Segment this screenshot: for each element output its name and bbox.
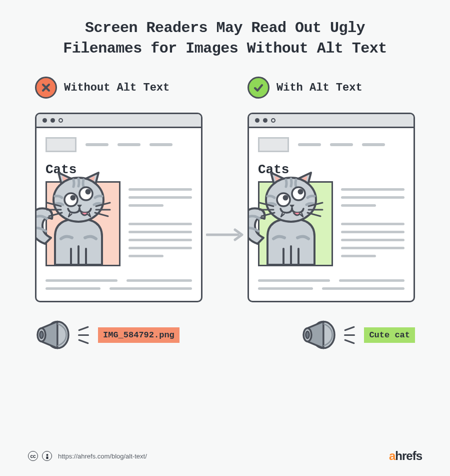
- sound-waves-icon: [78, 328, 89, 342]
- panel-without-alt: Without Alt Text Cats: [35, 77, 202, 302]
- window-titlebar: [36, 114, 201, 128]
- x-icon: [35, 77, 57, 99]
- arrow-icon: [206, 228, 244, 242]
- cat-illustration: [35, 169, 131, 266]
- browser-window-left: Cats: [35, 113, 202, 302]
- readout-filename: IMG_584792.png: [98, 327, 180, 343]
- text-placeholder: [128, 181, 192, 257]
- diagram-title: Screen Readers May Read Out Ugly Filenam…: [0, 0, 450, 59]
- cat-illustration: [248, 169, 344, 266]
- logo-placeholder: [46, 137, 76, 152]
- speaker-icon: [301, 319, 337, 350]
- logo-placeholder: [258, 137, 289, 152]
- text-placeholder-bottom: [258, 279, 404, 290]
- attribution: cc https://ahrefs.com/blog/alt-text/: [28, 451, 147, 461]
- window-titlebar: [249, 114, 414, 128]
- text-placeholder-bottom: [46, 279, 192, 290]
- readout-alt-text: Cute cat: [364, 327, 415, 343]
- attribution-icon: [42, 451, 52, 461]
- screen-reader-output-good: Cute cat: [301, 319, 415, 350]
- speaker-icon: [35, 319, 71, 350]
- cc-icon: cc: [28, 451, 38, 461]
- panel-label-with: With Alt Text: [276, 82, 362, 94]
- screen-reader-output-bad: IMG_584792.png: [35, 319, 180, 350]
- ahrefs-logo: ahrefs: [389, 449, 422, 463]
- nav-placeholder: [86, 143, 192, 146]
- browser-window-right: Cats: [248, 113, 415, 302]
- panel-with-alt: With Alt Text Cats: [248, 77, 415, 302]
- image-with-alt: [258, 181, 333, 266]
- svg-point-18: [46, 454, 48, 456]
- text-placeholder: [341, 181, 404, 257]
- panel-label-without: Without Alt Text: [64, 82, 170, 94]
- sound-waves-icon: [344, 328, 355, 342]
- image-without-alt: [46, 181, 120, 266]
- nav-placeholder: [298, 143, 404, 146]
- source-url: https://ahrefs.com/blog/alt-text/: [58, 452, 147, 460]
- check-icon: [248, 77, 270, 99]
